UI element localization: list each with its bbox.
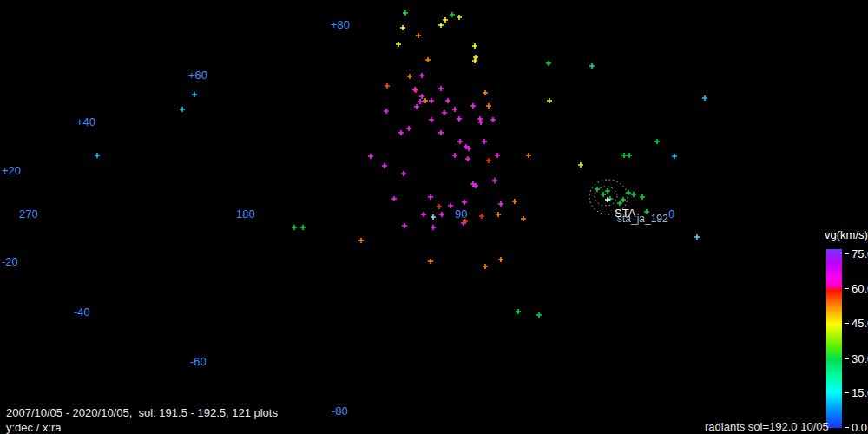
meteor-radiant-point [452,107,457,112]
meteor-radiant-point [694,234,700,240]
meteor-radiant-point [437,204,442,209]
meteor-radiant-point [431,214,436,220]
meteor-radiant-point [423,98,428,103]
meteor-radiant-point [626,190,631,195]
meteor-radiant-point [578,162,583,168]
colorbar-tick-label: 30.0 [852,352,868,365]
meteor-radiant-point [601,192,606,197]
meteor-radiant-point [595,187,600,192]
meteor-radiant-point [448,203,453,208]
colorbar-tick-label: 75.0 [852,247,868,260]
colorbar-tick-mark [845,392,849,393]
axes-caption: y:dec / x:ra [6,421,62,434]
ra-label-270: 270 [19,207,38,220]
meteor-radiant-point [421,212,426,217]
meteor-radiant-point [465,156,470,161]
meteor-radiant-point [640,194,645,200]
meteor-radiant-point [483,264,488,269]
meteor-radiant-point [496,212,501,217]
meteor-radiant-point [492,178,497,183]
meteor-radiant-point [516,309,521,314]
meteor-radiant-point [438,86,444,91]
meteor-radiant-point [300,225,306,230]
meteor-radiant-point [443,17,448,23]
colorbar-tick-mark [845,288,849,289]
meteor-radiant-point [605,188,610,194]
meteor-radiant-point [546,61,551,66]
meteor-radiant-point [472,58,477,63]
meteor-radiant-point [445,98,450,103]
radiant-map-window: 270 180 90 0 +80 +60 +40 +20 -20 -40 -60… [0,0,868,434]
meteor-radiant-point [457,139,463,144]
meteor-radiant-point [428,194,433,200]
meteor-radiant-point [473,55,478,60]
meteor-radiant-point [452,153,457,158]
colorbar-tick-label: 0.0 [852,421,867,434]
meteor-radiant-point [478,120,483,125]
meteor-radiant-point [438,23,444,28]
meteor-radiant-point [442,110,447,115]
meteor-radiant-point [292,225,297,230]
colorbar-tick-mark [845,427,849,428]
dec-label-m60: -60 [190,355,207,368]
colorbar-tick-label: 60.0 [852,282,868,295]
meteor-radiant-point [589,63,595,69]
radiants-sol-caption: radiants sol=192.0 10/05 [705,420,829,433]
dec-label-m20: -20 [2,255,18,268]
meteor-radiant-point [608,196,613,201]
meteor-radiant-point [403,10,408,16]
sky-map-plot [0,0,868,434]
meteor-radiant-point [486,103,491,108]
dec-label-p60: +60 [188,69,207,82]
meteor-radiant-point [526,153,531,158]
meteor-radiant-point [398,130,404,135]
meteor-radiant-point [391,196,397,201]
meteor-radiant-point [418,99,423,104]
meteor-radiant-point [457,15,462,20]
meteor-radiant-point [428,259,433,264]
meteor-radiant-point [396,42,401,47]
meteor-radiant-point [385,83,390,89]
meteor-radiant-point [621,197,626,202]
meteor-radiant-point [702,95,707,101]
dec-label-p20: +20 [2,164,21,177]
meteor-radiant-point [429,98,434,103]
meteor-radiant-point [605,197,610,202]
dec-label-p80: +80 [331,18,350,31]
vg-colorbar-title: vg(km/s) [825,228,868,241]
meteor-radiant-point [470,103,476,108]
meteor-radiant-point [512,199,517,204]
meteor-radiant-point [438,130,444,135]
meteor-radiant-point [482,139,487,144]
date-range-caption: 2007/10/05 - 2020/10/05, sol: 191.5 - 19… [6,406,278,419]
meteor-radiant-point [414,104,419,109]
meteor-radiant-point [498,257,503,262]
meteor-radiant-point [479,214,484,219]
colorbar-tick-label: 15.0 [852,386,868,399]
meteor-radiant-point [382,163,387,168]
meteor-radiant-point [419,73,424,78]
meteor-radiant-point [547,98,552,103]
meteor-radiant-point [617,201,622,206]
meteor-radiant-point [95,153,100,158]
meteor-radiant-point [413,88,418,93]
meteor-radiant-point [462,200,467,205]
dec-label-p40: +40 [76,115,95,128]
meteor-radiant-point [457,116,462,122]
meteor-radiant-point [402,223,407,228]
meteor-radiant-point [477,116,483,122]
meteor-radiant-point [672,154,677,159]
meteor-radiant-point [407,74,412,79]
meteor-radiant-point [631,192,636,197]
meteor-radiant-point [429,117,434,122]
meteor-radiant-point [431,225,436,230]
colorbar-tick-mark [845,253,849,254]
meteor-radiant-point [384,108,389,114]
meteor-radiant-point [521,216,526,221]
meteor-radiant-point [416,33,421,38]
meteor-radiant-point [358,238,364,243]
ra-label-0: 0 [668,207,674,220]
meteor-radiant-point [439,212,444,217]
meteor-radiant-point [536,312,542,318]
ra-label-90: 90 [455,207,467,220]
